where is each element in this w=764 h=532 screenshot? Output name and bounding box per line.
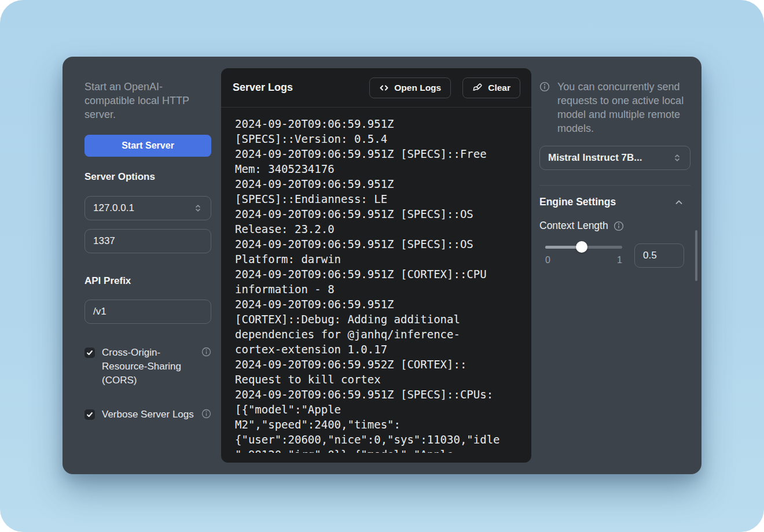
slider-min-label: 0 [545, 255, 550, 265]
info-icon [539, 82, 550, 135]
info-icon[interactable] [614, 221, 624, 231]
server-description: Start an OpenAI-compatible local HTTP se… [85, 80, 204, 121]
api-prefix-input[interactable]: /v1 [85, 300, 211, 324]
log-line: 2024-09-20T09:06:59.951Z [SPECS]::CPUs: [235, 387, 517, 402]
log-line: 2024-09-20T09:06:59.951Z [235, 116, 517, 131]
chevron-updown-icon [673, 153, 682, 162]
verbose-logs-checkbox[interactable] [85, 409, 95, 420]
check-icon [86, 411, 93, 418]
panel-scrollbar[interactable] [695, 230, 697, 281]
log-line: [{"model":"Apple [235, 402, 517, 417]
log-line: 2024-09-20T09:06:59.952Z [CORTEX]:: [235, 357, 517, 372]
slider-thumb[interactable] [576, 241, 587, 253]
log-line: [SPECS]::Version: 0.5.4 [235, 131, 517, 146]
log-line: 2024-09-20T09:06:59.951Z [SPECS]::Free [235, 146, 517, 161]
log-line: 2024-09-20T09:06:59.951Z [CORTEX]::CPU [235, 267, 517, 282]
log-line: cortex-extension 1.0.17 [235, 342, 517, 357]
server-logs-header: Server Logs Open Logs Clear [221, 68, 531, 108]
log-line: Platform: darwin [235, 252, 517, 267]
context-length-value-input[interactable]: 0.5 [634, 243, 684, 268]
concurrency-info: You can concurrently send requests to on… [539, 80, 692, 135]
api-prefix-heading: API Prefix [85, 275, 131, 287]
log-line: Mem: 3405234176 [235, 161, 517, 176]
host-select[interactable]: 127.0.0.1 [85, 196, 211, 220]
log-line: information - 8 [235, 282, 517, 297]
log-line: [CORTEX]::Debug: Adding additional [235, 312, 517, 327]
log-line: {"user":20600,"nice":0,"sys":11030,"idle [235, 432, 517, 447]
clear-logs-button[interactable]: Clear [462, 77, 520, 98]
check-icon [86, 349, 93, 356]
server-logs-panel: Server Logs Open Logs Clear [221, 68, 531, 463]
verbose-logs-row: Verbose Server Logs [85, 408, 211, 422]
local-api-server-panel: Start an OpenAI-compatible local HTTP se… [63, 57, 701, 474]
context-length-slider[interactable] [545, 240, 622, 254]
log-line: 2024-09-20T09:06:59.951Z [SPECS]::OS [235, 237, 517, 252]
slider-max-label: 1 [617, 255, 622, 265]
log-line: ":98120,"irq":0}},{"model":"Apple [235, 447, 517, 453]
log-output[interactable]: 2024-09-20T09:06:59.951Z[SPECS]::Version… [221, 108, 531, 453]
log-line: Release: 23.2.0 [235, 221, 517, 237]
port-input[interactable]: 1337 [85, 229, 211, 253]
api-prefix-input-value: /v1 [93, 306, 106, 317]
server-options-heading: Server Options [85, 171, 155, 183]
paintbrush-icon [472, 83, 483, 93]
log-line: dependencies for @janhq/inference- [235, 327, 517, 342]
code-icon [379, 83, 389, 93]
port-input-value: 1337 [93, 235, 115, 247]
chevron-up-icon [674, 197, 684, 208]
engine-settings-header[interactable]: Engine Settings [539, 196, 684, 208]
log-line: 2024-09-20T09:06:59.951Z [235, 176, 517, 191]
start-server-button[interactable]: Start Server [85, 135, 211, 157]
context-length-value: 0.5 [643, 250, 657, 261]
host-select-value: 127.0.0.1 [93, 202, 134, 214]
cors-label: Cross-Origin-Resource-Sharing (CORS) [102, 346, 194, 387]
concurrency-info-text: You can concurrently send requests to on… [557, 80, 692, 135]
server-logs-title: Server Logs [233, 82, 293, 94]
context-length-label: Context Length [539, 220, 608, 232]
open-logs-label: Open Logs [394, 83, 441, 93]
model-select[interactable]: Mistral Instruct 7B... [539, 146, 690, 170]
clear-logs-label: Clear [488, 83, 510, 93]
log-line: Request to kill cortex [235, 372, 517, 387]
cors-checkbox[interactable] [85, 348, 95, 358]
server-config-sidebar: Start an OpenAI-compatible local HTTP se… [85, 57, 211, 474]
model-select-value: Mistral Instruct 7B... [548, 152, 642, 164]
engine-settings-title: Engine Settings [539, 196, 616, 208]
log-line: M2","speed":2400,"times": [235, 417, 517, 432]
cors-row: Cross-Origin-Resource-Sharing (CORS) [85, 346, 211, 387]
slider-range-labels: 0 1 [545, 255, 622, 265]
info-icon[interactable] [201, 409, 211, 422]
log-actions: Open Logs Clear [369, 77, 520, 98]
log-line: [SPECS]::Endianness: LE [235, 191, 517, 206]
open-logs-button[interactable]: Open Logs [369, 77, 451, 98]
log-line: 2024-09-20T09:06:59.951Z [SPECS]::OS [235, 206, 517, 221]
section-divider [539, 185, 690, 186]
log-line: 2024-09-20T09:06:59.951Z [235, 297, 517, 312]
context-length-row: Context Length [539, 220, 624, 232]
chevron-updown-icon [193, 204, 203, 213]
verbose-logs-label: Verbose Server Logs [102, 408, 194, 422]
app-background: Start an OpenAI-compatible local HTTP se… [0, 0, 764, 532]
info-icon[interactable] [201, 347, 211, 387]
